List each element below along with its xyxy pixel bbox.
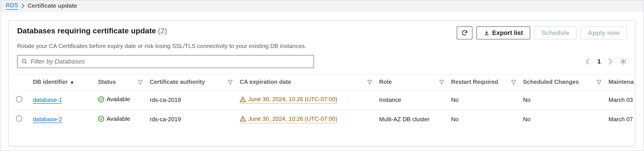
apply-now-button[interactable]: Apply now bbox=[580, 26, 627, 40]
svg-point-5 bbox=[242, 100, 243, 101]
col-role[interactable]: Role ▽ bbox=[376, 74, 448, 90]
scheduled-cell: No bbox=[520, 110, 605, 129]
next-page-button[interactable] bbox=[608, 58, 612, 65]
col-expiration-label: CA expiration date bbox=[240, 78, 291, 85]
scheduled-cell: No bbox=[520, 90, 605, 110]
expiration-text: June 30, 2024, 10:26 (UTC-07:00) bbox=[248, 96, 337, 103]
page-container: RDS Certificate update Databases requiri… bbox=[0, 0, 644, 151]
table-header-row: DB identifier ▲ Status ▽ bbox=[9, 74, 635, 90]
col-db-identifier[interactable]: DB identifier ▲ bbox=[29, 74, 94, 90]
databases-table: DB identifier ▲ Status ▽ bbox=[9, 74, 635, 129]
breadcrumb-root-link[interactable]: RDS bbox=[6, 2, 18, 10]
breadcrumb-current: Certificate update bbox=[28, 2, 77, 9]
col-maintenance-label: Maintena bbox=[608, 78, 634, 85]
check-circle-icon bbox=[98, 116, 104, 122]
toolbar: 1 bbox=[9, 50, 635, 74]
status-badge: Available bbox=[98, 115, 130, 122]
panel-title-block: Databases requiring certificate update (… bbox=[17, 26, 167, 35]
filter-icon: ▽ bbox=[440, 78, 444, 85]
search-box[interactable] bbox=[17, 55, 314, 68]
refresh-icon bbox=[461, 30, 468, 36]
col-scheduled-label: Scheduled Changes bbox=[523, 78, 579, 85]
sort-asc-icon: ▲ bbox=[70, 79, 74, 85]
page-number: 1 bbox=[597, 58, 601, 65]
row-radio[interactable] bbox=[16, 96, 22, 102]
db-identifier-link[interactable]: database-1 bbox=[33, 96, 62, 104]
apply-now-label: Apply now bbox=[588, 29, 620, 37]
col-status[interactable]: Status ▽ bbox=[94, 74, 146, 90]
warning-icon bbox=[240, 96, 246, 103]
download-icon bbox=[484, 30, 490, 36]
warning-icon bbox=[240, 116, 246, 122]
table-row: database-1Availablerds-ca-2019June 30, 2… bbox=[9, 90, 635, 110]
col-maintenance[interactable]: Maintena bbox=[605, 74, 635, 90]
schedule-button[interactable]: Schedule bbox=[534, 26, 576, 40]
ca-cell: rds-ca-2019 bbox=[146, 110, 236, 129]
status-badge: Available bbox=[98, 96, 130, 103]
col-ca[interactable]: Certificate authority ▽ bbox=[146, 74, 236, 90]
col-restart[interactable]: Restart Required ▽ bbox=[448, 74, 520, 90]
filter-icon: ▽ bbox=[511, 78, 516, 85]
role-cell: Multi-AZ DB cluster bbox=[376, 110, 448, 129]
page-title-count: (2) bbox=[158, 26, 167, 35]
refresh-button[interactable] bbox=[457, 26, 472, 40]
filter-icon: ▽ bbox=[228, 78, 232, 85]
col-expiration[interactable]: CA expiration date ▽ bbox=[236, 74, 376, 90]
svg-line-1 bbox=[25, 62, 27, 64]
breadcrumb: RDS Certificate update bbox=[0, 1, 644, 12]
filter-icon: ▽ bbox=[368, 78, 372, 85]
export-list-button[interactable]: Export list bbox=[476, 26, 530, 40]
svg-point-0 bbox=[22, 59, 26, 63]
table-row: database-2Availablerds-ca-2019June 30, 2… bbox=[9, 110, 635, 129]
panel-subtitle: Rotate your CA Certificates before expir… bbox=[9, 42, 635, 50]
expiration-warning[interactable]: June 30, 2024, 10:26 (UTC-07:00) bbox=[240, 96, 337, 104]
filter-icon: ▽ bbox=[597, 78, 601, 85]
panel-header: Databases requiring certificate update (… bbox=[9, 21, 635, 42]
col-role-label: Role bbox=[379, 78, 392, 85]
ca-cell: rds-ca-2019 bbox=[146, 90, 236, 110]
col-restart-label: Restart Required bbox=[451, 78, 498, 85]
col-scheduled[interactable]: Scheduled Changes ▽ bbox=[520, 74, 605, 90]
table-wrapper: DB identifier ▲ Status ▽ bbox=[9, 74, 635, 129]
svg-point-8 bbox=[242, 120, 243, 121]
col-db-identifier-label: DB identifier bbox=[33, 78, 68, 85]
restart-cell: No bbox=[448, 110, 520, 129]
row-radio[interactable] bbox=[16, 115, 22, 122]
prev-page-button[interactable] bbox=[586, 58, 590, 65]
search-icon bbox=[22, 59, 28, 64]
status-text: Available bbox=[106, 115, 130, 122]
status-text: Available bbox=[106, 96, 130, 103]
expiration-text: June 30, 2024, 10:26 (UTC-07:00) bbox=[248, 115, 337, 122]
restart-cell: No bbox=[448, 90, 520, 110]
col-select bbox=[9, 74, 29, 90]
schedule-label: Schedule bbox=[542, 29, 569, 37]
db-identifier-link[interactable]: database-2 bbox=[33, 116, 62, 123]
filter-icon: ▽ bbox=[138, 78, 142, 85]
settings-button[interactable] bbox=[620, 58, 627, 65]
page-title: Databases requiring certificate update bbox=[17, 26, 156, 35]
main-panel: Databases requiring certificate update (… bbox=[8, 20, 636, 146]
expiration-warning[interactable]: June 30, 2024, 10:26 (UTC-07:00) bbox=[240, 115, 337, 123]
export-list-label: Export list bbox=[492, 29, 523, 37]
check-circle-icon bbox=[98, 96, 104, 103]
maintenance-cell: March 03 bbox=[605, 90, 635, 110]
search-input[interactable] bbox=[30, 58, 310, 65]
maintenance-cell: March 07 bbox=[605, 110, 635, 129]
role-cell: Instance bbox=[376, 90, 448, 110]
chevron-right-icon bbox=[21, 4, 24, 8]
action-buttons: Export list Schedule Apply now bbox=[457, 26, 627, 40]
pagination: 1 bbox=[586, 58, 627, 65]
col-ca-label: Certificate authority bbox=[150, 78, 205, 85]
col-status-label: Status bbox=[98, 78, 116, 85]
svg-point-2 bbox=[622, 61, 624, 63]
